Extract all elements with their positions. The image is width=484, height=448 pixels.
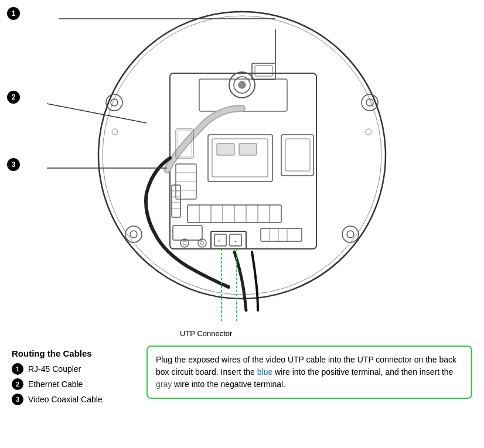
gray-word: gray — [156, 379, 172, 389]
bottom-area: Routing the Cables 1 RJ-45 Coupler 2 Eth… — [0, 340, 484, 448]
routing-item-2: 2 Ethernet Cable — [12, 378, 141, 390]
svg-text:+: + — [217, 238, 221, 244]
diagram-area: + - — [0, 0, 484, 340]
routing-item-3: 3 Video Coaxial Cable — [12, 394, 141, 405]
svg-rect-30 — [239, 143, 257, 155]
routing-label-2: Ethernet Cable — [28, 379, 83, 389]
routing-section: Routing the Cables 1 RJ-45 Coupler 2 Eth… — [12, 346, 141, 409]
callout-2: 2 — [7, 91, 20, 104]
blue-word: blue — [257, 367, 272, 377]
bullet-3: 3 — [12, 394, 23, 405]
routing-item-1: 1 RJ-45 Coupler — [12, 363, 141, 375]
info-box: UTP Connector Plug the exposed wires of … — [146, 346, 472, 399]
svg-rect-29 — [217, 143, 234, 155]
info-box-text: Plug the exposed wires of the video UTP … — [156, 354, 463, 391]
page-container: + - — [0, 0, 484, 448]
svg-text:-: - — [234, 238, 236, 244]
routing-label-1: RJ-45 Coupler — [28, 364, 81, 374]
callout-1: 1 — [7, 7, 20, 20]
routing-title: Routing the Cables — [12, 348, 141, 358]
bullet-1: 1 — [12, 363, 23, 375]
svg-point-16 — [238, 81, 246, 88]
callout-3: 3 — [7, 158, 20, 171]
bullet-2: 2 — [12, 378, 23, 390]
utp-connector-label: UTP Connector — [180, 329, 232, 338]
routing-label-3: Video Coaxial Cable — [28, 395, 103, 404]
